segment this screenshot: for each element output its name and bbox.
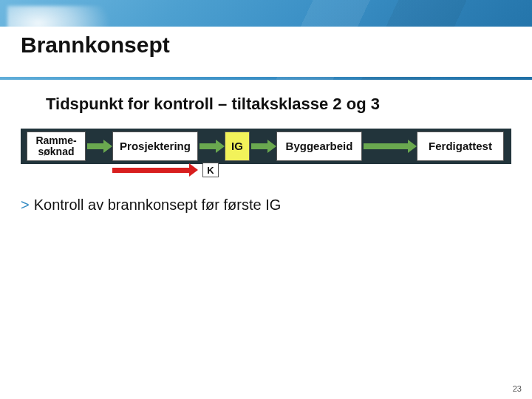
- kontroll-label: K: [202, 163, 219, 177]
- arrow-icon: [87, 142, 112, 151]
- bullet-text: Kontroll av brannkonsept før første IG: [34, 197, 282, 213]
- arrow-icon: [200, 142, 225, 151]
- slide-subtitle: Tidspunkt for kontroll – tiltaksklasse 2…: [46, 95, 380, 114]
- kontroll-arrow-icon: [112, 166, 198, 174]
- process-flow: Ramme- søknad Prosjektering IG Byggearbe…: [21, 129, 511, 180]
- arrow-icon: [364, 142, 417, 151]
- step-ferdigattest: Ferdigattest: [417, 132, 504, 161]
- step-ig: IG: [225, 132, 250, 161]
- arrow-icon: [251, 142, 276, 151]
- page-number: 23: [513, 384, 522, 393]
- slide: Brannkonsept Tidspunkt for kontroll – ti…: [0, 0, 532, 399]
- bullet-marker: >: [21, 197, 30, 213]
- step-prosjektering: Prosjektering: [112, 132, 198, 161]
- bullet-line: >Kontroll av brannkonsept før første IG: [21, 197, 281, 214]
- step-rammesoknad: Ramme- søknad: [27, 132, 86, 161]
- step-byggearbeid: Byggearbeid: [276, 132, 362, 161]
- slide-title: Brannkonsept: [21, 33, 170, 58]
